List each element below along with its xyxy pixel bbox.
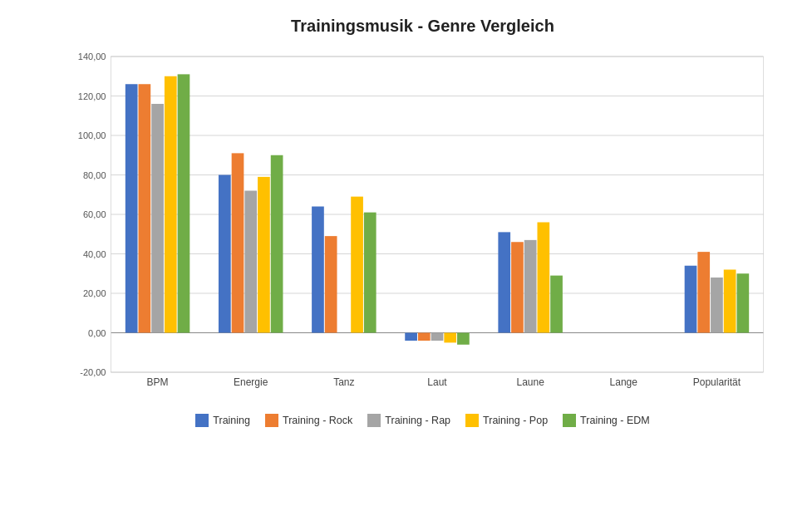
svg-rect-28 — [271, 155, 283, 333]
svg-text:Energie: Energie — [234, 376, 268, 388]
svg-rect-52 — [724, 270, 736, 333]
legend-label: Training - EDM — [580, 415, 650, 426]
legend-label: Training - Rap — [385, 415, 450, 426]
chart-area: -20,000,0020,0040,0060,0080,00100,00120,… — [58, 48, 787, 405]
svg-rect-44 — [524, 240, 537, 333]
chart-container: Trainingsmusik - Genre Vergleich -20,000… — [0, 0, 812, 511]
legend-color-box — [367, 414, 381, 427]
svg-text:80,00: 80,00 — [83, 170, 106, 180]
svg-rect-49 — [685, 266, 697, 333]
legend-color-box — [265, 414, 278, 427]
legend-color-box — [563, 414, 576, 427]
svg-rect-33 — [351, 197, 363, 333]
svg-rect-25 — [232, 153, 244, 332]
svg-rect-40 — [457, 333, 470, 345]
svg-rect-39 — [444, 333, 456, 343]
svg-rect-21 — [165, 76, 177, 333]
legend-item: Training - Rock — [265, 414, 352, 427]
svg-rect-34 — [364, 213, 376, 333]
svg-text:Laune: Laune — [516, 376, 544, 388]
svg-text:-20,00: -20,00 — [80, 367, 106, 377]
svg-text:Tanz: Tanz — [333, 376, 354, 388]
legend-label: Training — [213, 415, 250, 426]
svg-rect-24 — [219, 175, 231, 333]
legend-label: Training - Pop — [483, 415, 548, 426]
svg-text:Laut: Laut — [427, 376, 447, 388]
svg-text:20,00: 20,00 — [83, 288, 106, 298]
svg-text:140,00: 140,00 — [78, 52, 106, 61]
svg-rect-22 — [178, 74, 190, 332]
legend-item: Training - EDM — [563, 414, 650, 427]
svg-rect-31 — [325, 236, 337, 332]
svg-rect-30 — [312, 207, 324, 333]
svg-rect-51 — [711, 278, 723, 333]
svg-text:BPM: BPM — [147, 376, 169, 388]
legend-color-box — [465, 414, 479, 427]
svg-rect-19 — [139, 84, 151, 332]
svg-rect-38 — [431, 333, 444, 341]
legend-item: Training - Rap — [367, 414, 450, 427]
svg-text:0,00: 0,00 — [88, 328, 106, 338]
svg-rect-50 — [697, 252, 710, 332]
legend-item: Training — [195, 414, 250, 427]
svg-rect-26 — [244, 191, 257, 333]
svg-rect-46 — [550, 276, 563, 333]
svg-rect-27 — [258, 177, 270, 333]
svg-rect-42 — [498, 232, 510, 332]
legend-label: Training - Rock — [283, 415, 352, 426]
svg-text:60,00: 60,00 — [83, 209, 106, 219]
svg-text:120,00: 120,00 — [78, 91, 106, 101]
svg-text:Lange: Lange — [610, 376, 638, 388]
chart-legend: TrainingTraining - RockTraining - RapTra… — [58, 414, 787, 427]
svg-rect-37 — [418, 333, 431, 341]
svg-text:100,00: 100,00 — [78, 130, 106, 140]
legend-color-box — [195, 414, 209, 427]
svg-rect-36 — [405, 333, 417, 341]
chart-svg: -20,000,0020,0040,0060,0080,00100,00120,… — [58, 48, 787, 405]
legend-item: Training - Pop — [465, 414, 548, 427]
svg-rect-43 — [511, 242, 524, 332]
svg-text:40,00: 40,00 — [83, 249, 106, 259]
chart-title: Trainingsmusik - Genre Vergleich — [58, 17, 787, 36]
svg-rect-20 — [151, 104, 164, 333]
svg-text:Popularität: Popularität — [693, 376, 741, 388]
svg-rect-18 — [125, 84, 138, 332]
svg-rect-45 — [537, 223, 549, 333]
svg-rect-53 — [736, 273, 749, 332]
